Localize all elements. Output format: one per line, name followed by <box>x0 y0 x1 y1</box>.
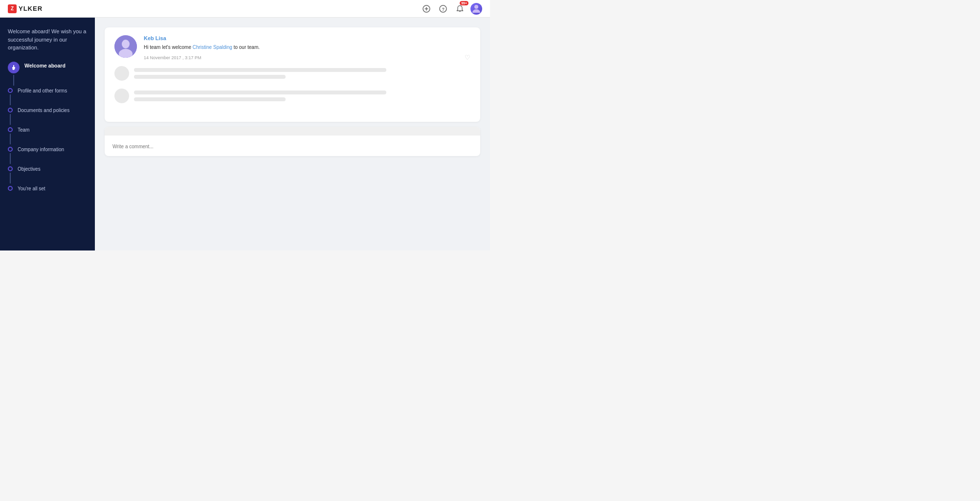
step-line <box>10 114 11 125</box>
logo: Z YLKER <box>8 4 43 13</box>
skeleton-lines-1 <box>134 68 470 79</box>
skeleton-line <box>134 97 286 101</box>
post-avatar <box>114 35 137 58</box>
svg-point-7 <box>122 40 130 48</box>
step-line <box>10 134 11 144</box>
sidebar-item-label-objectives: Objectives <box>18 165 41 172</box>
sidebar-item-label-allset: You're all set <box>18 185 45 192</box>
comment-input[interactable] <box>112 144 472 149</box>
skeleton-lines-2 <box>134 91 470 101</box>
main-layout: Welcome aboard! We wish you a successful… <box>0 18 490 250</box>
step-connector-allset <box>8 185 13 191</box>
post-author: Keb Lisa <box>144 35 470 41</box>
step-dot-objectives <box>8 166 13 171</box>
content-area: Keb Lisa Hi team let's welcome Christine… <box>95 18 490 250</box>
sidebar-item-welcome[interactable]: Welcome aboard <box>8 62 87 87</box>
notification-badge: 99+ <box>460 1 468 5</box>
step-connector-company <box>8 146 13 165</box>
step-connector-documents <box>8 107 13 126</box>
skeleton-row-1 <box>114 66 470 81</box>
post-mention: Christine Spalding <box>193 45 232 50</box>
sidebar-item-label-team: Team <box>18 126 29 133</box>
logo-text: YLKER <box>19 5 43 12</box>
navbar-right: ? 99+ <box>421 3 482 15</box>
post-card: Keb Lisa Hi team let's welcome Christine… <box>105 27 480 122</box>
skeleton-line <box>134 91 386 94</box>
sidebar-item-objectives[interactable]: Objectives <box>8 165 87 185</box>
skeleton-line <box>134 68 386 72</box>
post-message-suffix: to our team. <box>232 45 260 50</box>
step-connector-profile <box>8 87 13 107</box>
step-line <box>10 153 11 164</box>
step-dot-profile <box>8 88 13 93</box>
post-body: Keb Lisa Hi team let's welcome Christine… <box>144 35 470 61</box>
sidebar: Welcome aboard! We wish you a successful… <box>0 18 95 250</box>
sidebar-steps: Welcome aboard Profile and other forms D… <box>8 62 87 192</box>
step-connector-team <box>8 126 13 146</box>
step-line <box>13 75 14 86</box>
notification-button[interactable]: 99+ <box>454 3 466 15</box>
skeleton-avatar-2 <box>114 89 129 103</box>
post-text: Hi team let's welcome Christine Spalding… <box>144 44 470 51</box>
post-meta: 14 November 2017 , 3:17 PM ♡ <box>144 54 470 61</box>
sidebar-item-label-profile: Profile and other forms <box>18 87 67 94</box>
sidebar-item-company[interactable]: Company information <box>8 146 87 165</box>
comment-area <box>105 127 480 156</box>
add-button[interactable] <box>421 3 432 15</box>
navbar: Z YLKER ? 99+ <box>0 0 490 18</box>
comment-input-wrap <box>105 136 480 156</box>
sidebar-welcome-message: Welcome aboard! We wish you a successful… <box>8 27 87 52</box>
step-connector-welcome <box>8 62 20 87</box>
step-dot-team <box>8 127 13 132</box>
svg-point-5 <box>474 5 478 9</box>
skeleton-loading <box>114 61 470 114</box>
step-connector-objectives <box>8 165 13 185</box>
comment-bar <box>105 127 480 136</box>
user-avatar[interactable] <box>470 3 482 15</box>
step-dot-documents <box>8 108 13 113</box>
sidebar-item-allset[interactable]: You're all set <box>8 185 87 192</box>
skeleton-line <box>134 75 286 79</box>
post-header: Keb Lisa Hi team let's welcome Christine… <box>114 35 470 61</box>
sidebar-item-team[interactable]: Team <box>8 126 87 146</box>
skeleton-avatar-1 <box>114 66 129 81</box>
logo-icon: Z <box>8 4 17 13</box>
svg-text:?: ? <box>442 7 445 12</box>
help-button[interactable]: ? <box>437 3 449 15</box>
step-dot-active <box>8 62 20 73</box>
sidebar-item-label-welcome: Welcome aboard <box>24 62 66 68</box>
post-message-prefix: Hi team let's welcome <box>144 45 193 50</box>
like-button[interactable]: ♡ <box>465 54 470 61</box>
step-line <box>10 173 11 183</box>
skeleton-row-2 <box>114 89 470 103</box>
sidebar-item-label-documents: Documents and policies <box>18 107 69 114</box>
post-timestamp: 14 November 2017 , 3:17 PM <box>144 55 201 60</box>
step-dot-allset <box>8 186 13 191</box>
sidebar-item-label-company: Company information <box>18 146 64 153</box>
step-line <box>10 94 11 105</box>
step-dot-company <box>8 147 13 152</box>
sidebar-item-profile[interactable]: Profile and other forms <box>8 87 87 107</box>
sidebar-item-documents[interactable]: Documents and policies <box>8 107 87 126</box>
